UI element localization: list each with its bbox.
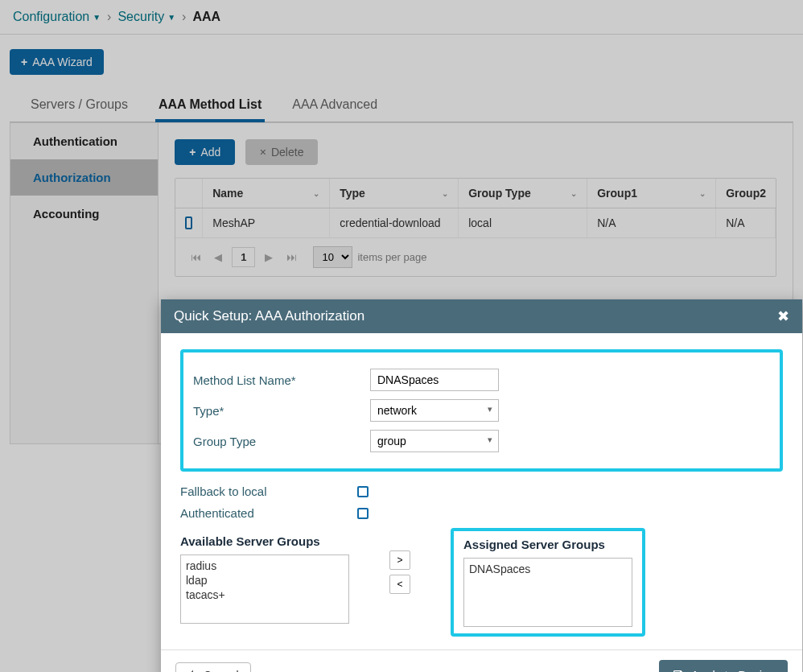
assigned-groups-list[interactable]: DNASpaces <box>463 558 632 627</box>
label-group-type: Group Type <box>193 435 370 448</box>
apply-label: Apply to Device <box>691 668 775 672</box>
list-item[interactable]: ldap <box>186 573 344 587</box>
highlight-main-fields: Method List Name* Type* network Group Ty… <box>180 349 783 472</box>
list-item[interactable]: DNASpaces <box>469 562 627 576</box>
fallback-checkbox[interactable] <box>357 486 369 497</box>
apply-button[interactable]: Apply to Device <box>659 660 788 672</box>
modal-quick-setup: Quick Setup: AAA Authorization ✖ Method … <box>161 299 802 672</box>
label-available-groups: Available Server Groups <box>180 534 349 548</box>
available-groups-list[interactable]: radius ldap tacacs+ <box>180 555 349 624</box>
label-method-list-name: Method List Name* <box>193 373 370 387</box>
authenticated-checkbox[interactable] <box>357 508 369 519</box>
highlight-assigned: Assigned Server Groups DNASpaces <box>451 528 645 637</box>
modal-header: Quick Setup: AAA Authorization ✖ <box>161 299 802 333</box>
label-authenticated: Authenticated <box>180 506 357 520</box>
label-fallback: Fallback to local <box>180 484 357 498</box>
method-list-name-input[interactable] <box>370 369 499 391</box>
type-select[interactable]: network <box>370 399 499 422</box>
close-icon[interactable]: ✖ <box>777 307 789 325</box>
cancel-label: Cancel <box>204 669 239 673</box>
undo-icon <box>187 670 199 673</box>
list-item[interactable]: radius <box>186 559 344 573</box>
modal-title: Quick Setup: AAA Authorization <box>174 308 364 324</box>
save-icon <box>672 669 685 673</box>
move-left-button[interactable]: < <box>389 575 410 594</box>
cancel-button[interactable]: Cancel <box>175 662 251 673</box>
group-type-select[interactable]: group <box>370 430 499 452</box>
list-item[interactable]: tacacs+ <box>186 587 344 602</box>
move-right-button[interactable]: > <box>389 550 410 570</box>
label-assigned-groups: Assigned Server Groups <box>463 538 632 551</box>
label-type: Type* <box>193 404 370 418</box>
